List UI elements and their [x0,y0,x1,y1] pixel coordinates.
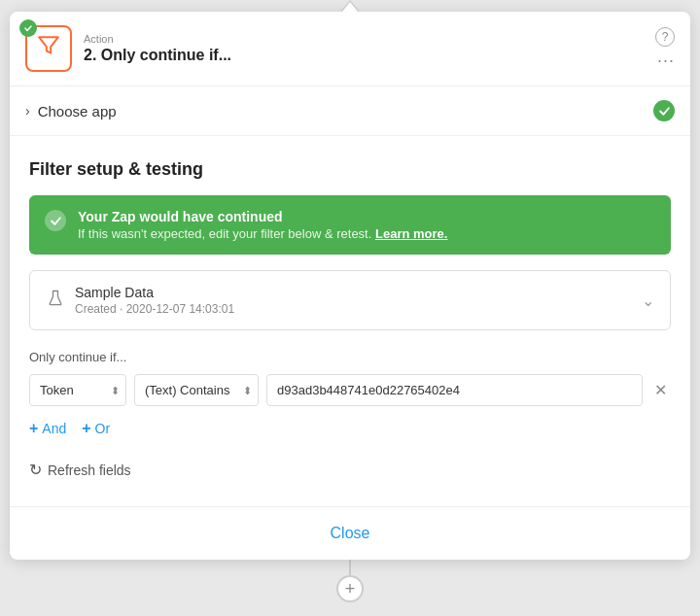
sample-data-info: Sample Data Created · 2020-12-07 14:03:0… [75,285,234,316]
and-label: And [42,421,66,436]
chevron-left-icon: › [25,103,30,119]
sample-data-chevron-icon: ⌄ [642,291,654,310]
more-icon[interactable]: ··· [657,51,675,71]
or-label: Or [95,421,111,436]
field-select-wrapper: Token [29,374,126,406]
check-badge [19,19,37,37]
main-content: Filter setup & testing Your Zap would ha… [10,136,690,506]
flask-icon [46,289,65,313]
filter-value-input[interactable] [277,383,632,397]
header-right: ? ··· [655,27,675,71]
success-banner-title: Your Zap would have continued [78,209,655,224]
condition-label: Only continue if... [29,350,671,364]
refresh-fields-button[interactable]: ↻ Refresh fields [29,457,131,483]
and-button[interactable]: + And [29,420,66,437]
close-button[interactable]: Close [315,521,386,546]
choose-app-check [653,100,675,121]
action-icon-wrap [25,25,72,72]
and-plus-icon: + [29,420,38,437]
choose-app-left: › Choose app [25,103,117,120]
top-connector [340,0,360,12]
learn-more-link[interactable]: Learn more. [375,226,447,241]
choose-app-section[interactable]: › Choose app [10,86,690,136]
add-step-button[interactable]: + [336,575,364,602]
header-action-label: Action [84,33,655,45]
card-footer: Close [10,506,690,560]
or-plus-icon: + [82,420,90,437]
refresh-icon: ↻ [29,461,42,479]
help-icon[interactable]: ? [655,27,675,47]
field-select[interactable]: Token [29,374,126,406]
operator-select[interactable]: (Text) Contains [134,374,259,406]
or-button[interactable]: + Or [82,420,110,437]
success-banner-subtitle: If this wasn't expected, edit your filte… [78,226,655,241]
filter-value-cell [266,374,643,406]
section-title: Filter setup & testing [29,159,671,180]
filter-delete-button[interactable]: ✕ [650,377,671,403]
card-header: Action 2. Only continue if... ? ··· [10,12,690,86]
sample-data-row[interactable]: Sample Data Created · 2020-12-07 14:03:0… [29,270,671,330]
choose-app-label: Choose app [38,103,117,120]
success-banner-text: Your Zap would have continued If this wa… [78,209,655,241]
header-title: 2. Only continue if... [84,47,655,64]
operator-select-wrapper: (Text) Contains [134,374,259,406]
funnel-icon [36,33,61,64]
sample-data-name: Sample Data [75,285,234,300]
success-check-icon [45,210,66,231]
logic-buttons: + And + Or [29,420,671,437]
success-banner: Your Zap would have continued If this wa… [29,195,671,255]
sample-data-date: Created · 2020-12-07 14:03:01 [75,302,234,316]
action-card: Action 2. Only continue if... ? ··· › Ch… [10,12,690,560]
bottom-connector: + [336,560,364,602]
filter-row: Token (Text) Contains ✕ [29,374,671,406]
sample-data-left: Sample Data Created · 2020-12-07 14:03:0… [46,285,234,316]
header-text: Action 2. Only continue if... [84,33,655,64]
bottom-line [349,560,351,575]
refresh-fields-label: Refresh fields [48,462,131,478]
